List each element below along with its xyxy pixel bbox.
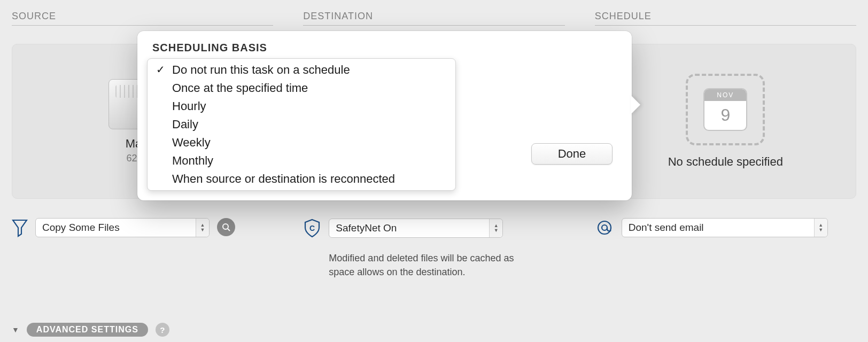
email-value: Don't send email xyxy=(629,222,704,234)
schedule-status: No schedule specified xyxy=(668,155,783,169)
schedule-option[interactable]: Weekly xyxy=(148,134,455,152)
schedule-option[interactable]: Daily xyxy=(148,115,455,134)
search-icon xyxy=(222,223,230,231)
disclosure-triangle-icon[interactable]: ▼ xyxy=(12,325,19,334)
calendar-month: NOV xyxy=(704,89,746,101)
email-select[interactable]: Don't send email ▲▼ xyxy=(622,218,828,237)
safetynet-select[interactable]: SafetyNet On ▲▼ xyxy=(329,219,503,238)
search-button[interactable] xyxy=(217,218,235,236)
scheduling-basis-menu[interactable]: Do not run this task on a scheduleOnce a… xyxy=(147,58,456,191)
calendar-icon: NOV 9 xyxy=(686,74,765,145)
stepper-icon: ▲▼ xyxy=(814,219,827,237)
schedule-panel[interactable]: NOV 9 No schedule specified xyxy=(595,44,856,199)
help-button[interactable]: ? xyxy=(156,323,169,337)
stepper-icon: ▲▼ xyxy=(489,219,502,237)
shield-icon: C xyxy=(303,218,321,238)
schedule-header: SCHEDULE xyxy=(595,11,856,26)
stepper-icon: ▲▼ xyxy=(196,219,209,237)
schedule-option[interactable]: Monthly xyxy=(148,152,455,170)
safetynet-value: SafetyNet On xyxy=(336,222,397,234)
svg-text:C: C xyxy=(309,224,315,232)
done-button[interactable]: Done xyxy=(531,143,613,165)
popover-title: SCHEDULING BASIS xyxy=(137,42,632,58)
svg-line-1 xyxy=(228,229,230,231)
advanced-settings-button[interactable]: ADVANCED SETTINGS xyxy=(27,323,148,337)
svg-point-4 xyxy=(602,225,607,230)
svg-point-3 xyxy=(598,221,611,234)
source-header: SOURCE xyxy=(12,11,273,26)
copy-mode-value: Copy Some Files xyxy=(42,222,120,234)
schedule-option[interactable]: Once at the specified time xyxy=(148,79,455,97)
destination-header: DESTINATION xyxy=(303,11,564,26)
at-icon xyxy=(595,218,614,237)
svg-point-0 xyxy=(223,224,228,229)
schedule-option[interactable]: Do not run this task on a schedule xyxy=(148,61,455,79)
schedule-option[interactable]: When source or destination is reconnecte… xyxy=(148,170,455,188)
schedule-option[interactable]: Hourly xyxy=(148,97,455,115)
calendar-day: 9 xyxy=(704,101,746,129)
scheduling-popover: SCHEDULING BASIS Do not run this task on… xyxy=(137,31,632,200)
funnel-icon xyxy=(12,218,28,237)
copy-mode-select[interactable]: Copy Some Files ▲▼ xyxy=(35,218,210,237)
safetynet-desc: Modified and deleted files will be cache… xyxy=(329,251,521,279)
